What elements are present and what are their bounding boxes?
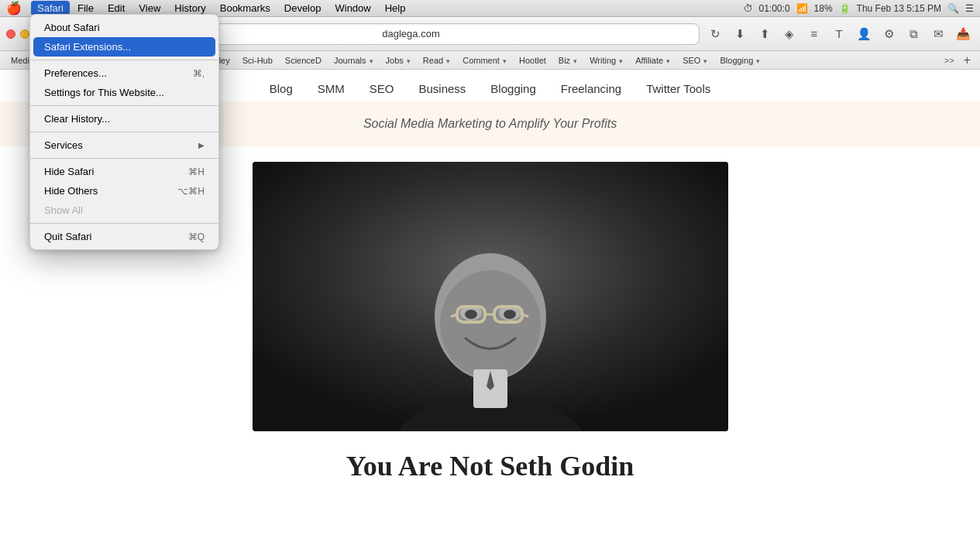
- svg-point-12: [465, 310, 477, 319]
- share-icon[interactable]: ⬆: [754, 23, 775, 45]
- bookmark-affiliate[interactable]: Affiliate ▾: [631, 54, 675, 67]
- menu-window[interactable]: Window: [328, 1, 377, 15]
- menu-bookmarks[interactable]: Bookmarks: [214, 1, 277, 15]
- bookmarks-overflow[interactable]: >>: [941, 54, 958, 67]
- reload-button[interactable]: ↻: [704, 23, 726, 45]
- titlebar-right: ⏱ 01:00:0 📶 18% 🔋 Thu Feb 13 5:15 PM 🔍 ☰: [744, 3, 974, 14]
- menu-item-clear-history[interactable]: Clear History...: [33, 109, 215, 129]
- nav-smm[interactable]: SMM: [318, 82, 345, 95]
- date-display: Thu Feb 13 5:15 PM: [857, 3, 941, 14]
- menu-help[interactable]: Help: [379, 1, 412, 15]
- mail-icon[interactable]: ✉: [927, 23, 949, 45]
- battery-pct: 18%: [814, 3, 833, 14]
- nav-seo[interactable]: SEO: [370, 82, 394, 95]
- menu-item-hide-others[interactable]: Hide Others ⌥⌘H: [33, 181, 215, 201]
- bookmark-blogging[interactable]: Blogging ▾: [715, 54, 765, 67]
- apple-menu-icon[interactable]: 🍎: [6, 2, 22, 15]
- svg-point-13: [504, 310, 516, 319]
- menu-item-settings-website[interactable]: Settings for This Website...: [33, 83, 215, 102]
- article-image-svg: [253, 162, 728, 431]
- bookmark-hootlet[interactable]: Hootlet: [514, 54, 551, 67]
- controls-icon[interactable]: ☰: [965, 3, 974, 14]
- add-bookmark-button[interactable]: +: [961, 53, 974, 67]
- nav-blog[interactable]: Blog: [270, 82, 293, 95]
- profile-icon[interactable]: 👤: [853, 23, 875, 45]
- menu-item-safari-extensions[interactable]: Safari Extensions...: [33, 37, 215, 57]
- bookmark-scihub[interactable]: Sci-Hub: [238, 54, 277, 67]
- separator-1: [30, 60, 218, 60]
- toolbar-actions: ↻ ⬇ ⬆ ◈ ≡ T 👤 ⚙ ⧉ ✉ 📥: [704, 23, 974, 45]
- nav-twitter-tools[interactable]: Twitter Tools: [646, 82, 710, 95]
- extensions-icon[interactable]: ◈: [779, 23, 800, 45]
- bookmark-biz[interactable]: Biz ▾: [554, 54, 582, 67]
- menu-item-services[interactable]: Services ▶: [33, 136, 215, 155]
- menu-item-quit-safari[interactable]: Quit Safari ⌘Q: [33, 227, 215, 246]
- timer-icon: ⏱: [744, 3, 753, 14]
- minimize-button[interactable]: [20, 29, 29, 39]
- download-icon[interactable]: ⬇: [729, 23, 751, 45]
- close-button[interactable]: [6, 29, 15, 39]
- bookmark-writing[interactable]: Writing ▾: [585, 54, 628, 67]
- separator-4: [30, 158, 218, 159]
- bookmark-seo[interactable]: SEO ▾: [678, 54, 712, 67]
- submenu-arrow-icon: ▶: [198, 141, 205, 149]
- separator-5: [30, 223, 218, 224]
- timer-display: 01:00:0: [759, 3, 790, 14]
- article-title: You Are Not Seth Godin: [346, 450, 634, 482]
- wifi-icon: 📶: [796, 3, 808, 14]
- nav-blogging[interactable]: Blogging: [490, 82, 535, 95]
- nav-freelancing[interactable]: Freelancing: [561, 82, 621, 95]
- safari-menu-dropdown[interactable]: About Safari Safari Extensions... Prefer…: [29, 14, 219, 250]
- separator-2: [30, 105, 218, 106]
- translate-icon[interactable]: T: [828, 23, 850, 45]
- bookmark-jobs[interactable]: Jobs ▾: [381, 54, 415, 67]
- settings-icon[interactable]: ⚙: [878, 23, 899, 45]
- search-icon[interactable]: 🔍: [947, 3, 959, 14]
- svg-point-4: [440, 270, 541, 379]
- battery-icon: 🔋: [839, 3, 851, 14]
- bookmark-journals[interactable]: Journals ▾: [329, 54, 378, 67]
- nav-business[interactable]: Business: [418, 82, 466, 95]
- bookmark-read[interactable]: Read ▾: [418, 54, 455, 67]
- bookmark-comment[interactable]: Comment ▾: [458, 54, 511, 67]
- bookmark-scienced[interactable]: ScienceD: [280, 54, 326, 67]
- menu-item-about-safari[interactable]: About Safari: [33, 18, 215, 37]
- menu-item-hide-safari[interactable]: Hide Safari ⌘H: [33, 162, 215, 181]
- sidebar-toggle[interactable]: 📥: [952, 23, 974, 45]
- menu-item-preferences[interactable]: Preferences... ⌘,: [33, 63, 215, 83]
- reader-icon[interactable]: ≡: [803, 23, 825, 45]
- menu-develop[interactable]: Develop: [278, 1, 328, 15]
- article-image: [253, 162, 728, 431]
- duplicate-icon[interactable]: ⧉: [903, 23, 924, 45]
- separator-3: [30, 132, 218, 132]
- menu-item-show-all: Show All: [33, 201, 215, 220]
